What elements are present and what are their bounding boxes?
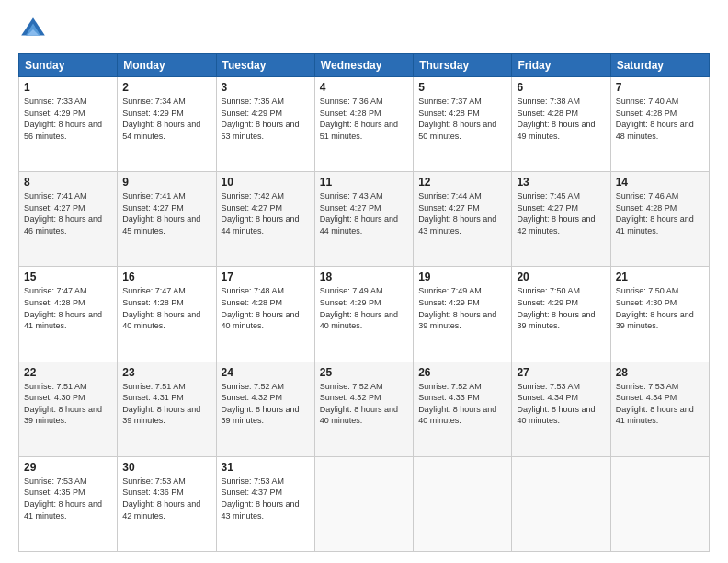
day-info: Sunrise: 7:44 AMSunset: 4:27 PMDaylight:… [418,190,506,236]
calendar-cell: 4Sunrise: 7:36 AMSunset: 4:28 PMDaylight… [314,77,413,172]
day-number: 21 [616,270,704,283]
day-info: Sunrise: 7:49 AMSunset: 4:29 PMDaylight:… [418,285,506,331]
calendar-cell: 17Sunrise: 7:48 AMSunset: 4:28 PMDayligh… [216,267,314,362]
calendar-cell: 28Sunrise: 7:53 AMSunset: 4:34 PMDayligh… [610,362,709,456]
calendar-cell: 20Sunrise: 7:50 AMSunset: 4:29 PMDayligh… [512,267,610,362]
weekday-header-monday: Monday [118,54,216,77]
calendar-cell: 3Sunrise: 7:35 AMSunset: 4:29 PMDaylight… [216,77,314,172]
day-number: 16 [122,270,210,283]
day-number: 8 [24,176,112,189]
calendar-week-row: 15Sunrise: 7:47 AMSunset: 4:28 PMDayligh… [19,267,710,362]
day-number: 25 [320,366,408,379]
calendar-week-row: 22Sunrise: 7:51 AMSunset: 4:30 PMDayligh… [19,362,710,456]
day-number: 7 [616,81,704,94]
day-info: Sunrise: 7:43 AMSunset: 4:27 PMDaylight:… [320,190,408,236]
calendar-cell [414,456,512,551]
calendar-cell: 21Sunrise: 7:50 AMSunset: 4:30 PMDayligh… [610,267,709,362]
day-info: Sunrise: 7:41 AMSunset: 4:27 PMDaylight:… [122,190,210,236]
logo [18,15,51,44]
day-info: Sunrise: 7:40 AMSunset: 4:28 PMDaylight:… [616,96,704,142]
calendar-cell: 22Sunrise: 7:51 AMSunset: 4:30 PMDayligh… [19,362,118,456]
day-number: 17 [222,270,310,283]
day-number: 29 [24,461,112,474]
day-info: Sunrise: 7:53 AMSunset: 4:37 PMDaylight:… [222,476,310,522]
calendar-cell: 16Sunrise: 7:47 AMSunset: 4:28 PMDayligh… [118,267,216,362]
day-info: Sunrise: 7:48 AMSunset: 4:28 PMDaylight:… [222,285,310,331]
day-number: 4 [320,81,408,94]
day-info: Sunrise: 7:53 AMSunset: 4:35 PMDaylight:… [24,476,112,522]
weekday-header-thursday: Thursday [414,54,512,77]
calendar-week-row: 1Sunrise: 7:33 AMSunset: 4:29 PMDaylight… [19,77,710,172]
calendar-header-row: SundayMondayTuesdayWednesdayThursdayFrid… [19,54,710,77]
calendar-week-row: 8Sunrise: 7:41 AMSunset: 4:27 PMDaylight… [19,172,710,267]
calendar-cell: 13Sunrise: 7:45 AMSunset: 4:27 PMDayligh… [512,172,610,267]
calendar-cell: 14Sunrise: 7:46 AMSunset: 4:28 PMDayligh… [610,172,709,267]
calendar-cell [610,456,709,551]
day-number: 9 [122,176,210,189]
day-number: 26 [418,366,506,379]
day-info: Sunrise: 7:53 AMSunset: 4:34 PMDaylight:… [616,381,704,427]
day-info: Sunrise: 7:53 AMSunset: 4:36 PMDaylight:… [122,476,210,522]
calendar-cell: 27Sunrise: 7:53 AMSunset: 4:34 PMDayligh… [512,362,610,456]
calendar-cell: 10Sunrise: 7:42 AMSunset: 4:27 PMDayligh… [216,172,314,267]
day-info: Sunrise: 7:47 AMSunset: 4:28 PMDaylight:… [122,285,210,331]
day-info: Sunrise: 7:45 AMSunset: 4:27 PMDaylight:… [517,190,605,236]
calendar-cell: 23Sunrise: 7:51 AMSunset: 4:31 PMDayligh… [118,362,216,456]
day-info: Sunrise: 7:34 AMSunset: 4:29 PMDaylight:… [122,96,210,142]
calendar-cell: 19Sunrise: 7:49 AMSunset: 4:29 PMDayligh… [414,267,512,362]
calendar-cell: 5Sunrise: 7:37 AMSunset: 4:28 PMDaylight… [414,77,512,172]
calendar-cell [512,456,610,551]
day-info: Sunrise: 7:50 AMSunset: 4:30 PMDaylight:… [616,285,704,331]
page: SundayMondayTuesdayWednesdayThursdayFrid… [0,0,728,563]
day-number: 11 [320,176,408,189]
calendar-week-row: 29Sunrise: 7:53 AMSunset: 4:35 PMDayligh… [19,456,710,551]
weekday-header-sunday: Sunday [19,54,118,77]
day-number: 15 [24,270,112,283]
calendar-cell: 15Sunrise: 7:47 AMSunset: 4:28 PMDayligh… [19,267,118,362]
calendar-cell: 7Sunrise: 7:40 AMSunset: 4:28 PMDaylight… [610,77,709,172]
day-number: 12 [418,176,506,189]
day-info: Sunrise: 7:47 AMSunset: 4:28 PMDaylight:… [24,285,112,331]
day-info: Sunrise: 7:37 AMSunset: 4:28 PMDaylight:… [418,96,506,142]
day-info: Sunrise: 7:51 AMSunset: 4:30 PMDaylight:… [24,381,112,427]
day-number: 30 [122,461,210,474]
weekday-header-saturday: Saturday [610,54,709,77]
day-number: 28 [616,366,704,379]
day-info: Sunrise: 7:52 AMSunset: 4:32 PMDaylight:… [222,381,310,427]
day-number: 23 [122,366,210,379]
calendar-cell: 29Sunrise: 7:53 AMSunset: 4:35 PMDayligh… [19,456,118,551]
day-info: Sunrise: 7:35 AMSunset: 4:29 PMDaylight:… [222,96,310,142]
day-info: Sunrise: 7:46 AMSunset: 4:28 PMDaylight:… [616,190,704,236]
day-number: 19 [418,270,506,283]
day-info: Sunrise: 7:38 AMSunset: 4:28 PMDaylight:… [517,96,605,142]
day-info: Sunrise: 7:52 AMSunset: 4:33 PMDaylight:… [418,381,506,427]
calendar-cell: 9Sunrise: 7:41 AMSunset: 4:27 PMDaylight… [118,172,216,267]
day-number: 27 [517,366,605,379]
day-info: Sunrise: 7:33 AMSunset: 4:29 PMDaylight:… [24,96,112,142]
calendar-cell: 18Sunrise: 7:49 AMSunset: 4:29 PMDayligh… [314,267,413,362]
calendar-cell: 6Sunrise: 7:38 AMSunset: 4:28 PMDaylight… [512,77,610,172]
calendar-cell: 26Sunrise: 7:52 AMSunset: 4:33 PMDayligh… [414,362,512,456]
calendar-cell: 24Sunrise: 7:52 AMSunset: 4:32 PMDayligh… [216,362,314,456]
day-info: Sunrise: 7:51 AMSunset: 4:31 PMDaylight:… [122,381,210,427]
day-number: 14 [616,176,704,189]
day-number: 31 [222,461,310,474]
day-number: 22 [24,366,112,379]
calendar-cell: 25Sunrise: 7:52 AMSunset: 4:32 PMDayligh… [314,362,413,456]
weekday-header-wednesday: Wednesday [314,54,413,77]
day-info: Sunrise: 7:36 AMSunset: 4:28 PMDaylight:… [320,96,408,142]
day-number: 1 [24,81,112,94]
day-number: 18 [320,270,408,283]
calendar-cell: 1Sunrise: 7:33 AMSunset: 4:29 PMDaylight… [19,77,118,172]
day-info: Sunrise: 7:52 AMSunset: 4:32 PMDaylight:… [320,381,408,427]
weekday-header-tuesday: Tuesday [216,54,314,77]
calendar-cell [314,456,413,551]
day-info: Sunrise: 7:50 AMSunset: 4:29 PMDaylight:… [517,285,605,331]
day-info: Sunrise: 7:42 AMSunset: 4:27 PMDaylight:… [222,190,310,236]
day-number: 10 [222,176,310,189]
day-info: Sunrise: 7:49 AMSunset: 4:29 PMDaylight:… [320,285,408,331]
day-info: Sunrise: 7:41 AMSunset: 4:27 PMDaylight:… [24,190,112,236]
calendar-cell: 11Sunrise: 7:43 AMSunset: 4:27 PMDayligh… [314,172,413,267]
logo-icon [18,15,48,44]
calendar-cell: 8Sunrise: 7:41 AMSunset: 4:27 PMDaylight… [19,172,118,267]
